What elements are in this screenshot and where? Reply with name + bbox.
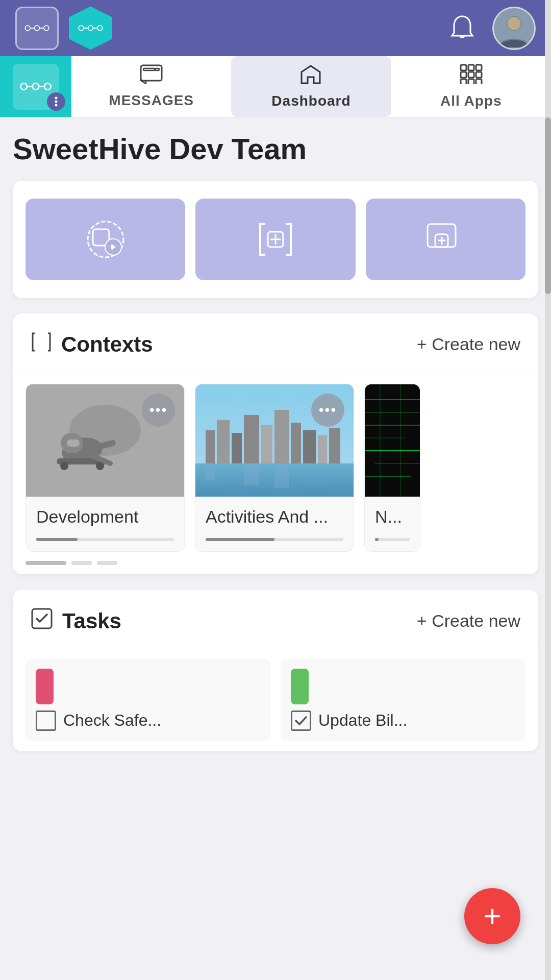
context-more-button-development[interactable]: ••• [142,394,175,427]
svg-rect-60 [261,425,272,463]
more-dots-icon-activities: ••• [319,402,337,418]
quick-actions-card [13,181,538,298]
svg-rect-22 [143,68,155,70]
task-1-checkbox[interactable] [36,710,56,731]
tasks-title-area: Tasks [31,607,121,635]
top-nav-right [450,7,536,50]
quick-action-new-message[interactable] [366,199,525,280]
tasks-header: Tasks + Create new [13,590,538,648]
more-dots-icon: ••• [149,402,167,418]
svg-point-14 [33,83,39,89]
tab-all-apps[interactable]: All Apps [391,56,551,117]
context-progress-development [36,538,174,541]
svg-rect-26 [476,65,482,70]
scrollbar-thumb[interactable] [545,117,551,294]
tab-messages-label: MESSAGES [109,92,194,109]
scrollbar-track [545,0,551,980]
svg-rect-61 [274,410,289,463]
context-label-third: N... [365,497,420,538]
svg-point-0 [25,26,30,31]
contexts-section: Contexts + Create new [13,313,538,574]
task-card-2[interactable]: Update Bil... [281,658,525,741]
tasks-section: Tasks + Create new Check Safe... [13,590,538,751]
svg-point-49 [60,462,68,470]
task-2-checkbox[interactable] [291,710,311,731]
svg-rect-62 [291,423,301,463]
tasks-row: Check Safe... Update Bil... [26,648,525,751]
quick-action-new-context[interactable] [195,199,355,280]
context-card-activities[interactable]: ••• Activities And ... [195,384,354,552]
contexts-title-area: Contexts [31,331,153,358]
top-navigation [0,0,551,56]
svg-rect-25 [468,65,474,70]
tab-messages[interactable]: MESSAGES [71,56,231,117]
contexts-header: Contexts + Create new [13,313,538,371]
tasks-create-new-button[interactable]: + Create new [417,611,520,631]
svg-point-6 [88,26,93,31]
svg-point-7 [97,26,103,31]
contexts-create-new-button[interactable]: + Create new [417,334,520,354]
context-label-activities: Activities And ... [195,497,354,538]
dashboard-icon [299,64,322,89]
menu-badge[interactable] [47,92,65,111]
svg-rect-56 [206,430,215,463]
context-progress-fill-activities [206,538,274,541]
top-nav-logos [15,7,112,50]
context-more-button-activities[interactable]: ••• [311,394,344,427]
svg-rect-57 [217,420,230,463]
scroll-dot-inactive-2 [97,561,117,565]
svg-rect-64 [318,435,327,463]
svg-rect-29 [476,72,482,78]
svg-rect-28 [468,72,474,78]
context-card-development[interactable]: ••• Development [26,384,185,552]
all-apps-icon [460,64,483,89]
svg-rect-23 [155,68,159,70]
svg-point-2 [44,26,49,31]
task-2-row: Update Bil... [291,710,515,731]
quick-action-workflow[interactable] [26,199,185,280]
task-bar-green [291,669,309,704]
svg-point-12 [508,17,521,30]
svg-rect-69 [365,384,420,497]
context-label-development: Development [26,497,184,538]
svg-rect-58 [232,433,242,463]
svg-point-19 [55,101,58,103]
notification-bell-icon[interactable] [450,14,474,42]
nav-logo-area [0,56,71,117]
svg-rect-31 [468,79,474,84]
svg-rect-47 [67,439,80,447]
svg-point-15 [44,83,51,89]
svg-rect-59 [244,415,259,463]
svg-point-1 [35,26,40,31]
svg-rect-66 [206,465,215,480]
logo-square[interactable] [15,7,59,50]
tab-dashboard-label: Dashboard [271,93,350,109]
svg-point-13 [20,83,27,89]
svg-rect-63 [303,430,316,463]
page-title: SweetHive Dev Team [13,133,538,165]
svg-rect-67 [244,465,259,485]
tasks-icon [31,607,53,635]
task-card-1[interactable]: Check Safe... [26,658,270,741]
svg-point-5 [79,26,84,31]
messages-icon [140,64,163,88]
tasks-content: Check Safe... Update Bil... [13,648,538,751]
tab-all-apps-label: All Apps [440,93,502,109]
context-progress-activities [206,538,343,541]
logo-hex[interactable] [69,7,112,50]
context-image-development: ••• [26,384,184,497]
context-progress-fill-third [375,538,379,541]
secondary-navigation: MESSAGES Dashboard [0,56,551,117]
fab-button[interactable]: + [464,888,520,944]
fab-plus-icon: + [483,901,501,932]
avatar[interactable] [492,7,536,50]
contexts-title: Contexts [61,332,153,357]
tab-dashboard[interactable]: Dashboard [231,56,391,117]
svg-rect-27 [461,72,466,78]
svg-point-20 [55,104,58,107]
svg-rect-21 [141,65,162,81]
context-card-third[interactable]: N... [364,384,420,552]
svg-point-18 [55,97,58,100]
scroll-dot-active [26,561,66,565]
nav-tabs: MESSAGES Dashboard [71,56,551,117]
